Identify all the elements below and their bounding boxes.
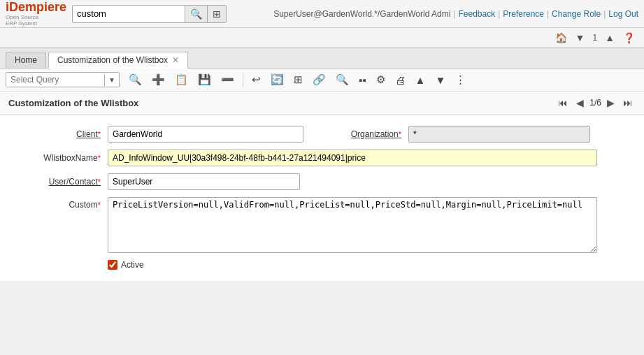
back-nav-button[interactable]: ▼ [572, 31, 589, 45]
user-menu: SuperUser@GardenWorld.*/GardenWorld Admi… [273, 9, 638, 19]
select-query-dropdown-icon[interactable]: ▼ [104, 74, 119, 86]
wlistbox-label: WlistboxName* [17, 153, 101, 163]
toolbar-attach-button[interactable]: 🔗 [309, 71, 329, 88]
tab-close-icon[interactable]: ✕ [172, 55, 179, 65]
first-page-button[interactable]: ⏮ [555, 96, 571, 110]
custom-label: Custom* [17, 200, 101, 210]
active-checkbox[interactable] [108, 260, 117, 270]
client-label: Client* [17, 129, 101, 139]
toolbar-copy-button[interactable]: 📋 [171, 71, 192, 88]
toolbar-grid-button[interactable]: ⊞ [290, 71, 306, 88]
org-group: Organization* [317, 126, 590, 143]
feedback-link[interactable]: Feedback [458, 9, 495, 19]
pagination-controls: ⏮ ◀ 1/6 ▶ ⏭ [555, 96, 636, 110]
client-group: Client* [17, 126, 303, 143]
preference-link[interactable]: Preference [503, 9, 544, 19]
custom-textarea[interactable]: PriceListVersion=null,ValidFrom=null,Pri… [108, 197, 597, 253]
form-title: Customization of the Wlistbox [8, 98, 138, 108]
prev-page-button[interactable]: ◀ [573, 96, 587, 110]
org-input[interactable] [408, 126, 590, 143]
active-label: Active [121, 260, 144, 270]
logo-sub: Open SourceERP System [6, 15, 66, 27]
form-area: Client* Organization* WlistboxName* User… [0, 115, 644, 281]
toolbar-new-button[interactable]: ➕ [148, 71, 169, 88]
user-input[interactable] [108, 173, 300, 190]
toolbar-zoom-button[interactable]: 🔍 [332, 71, 352, 88]
forward-nav-button[interactable]: ▲ [601, 31, 618, 45]
logout-link[interactable]: Log Out [608, 9, 638, 19]
tab-home[interactable]: Home [6, 52, 46, 68]
toolbar-settings-button[interactable]: ⚙ [373, 71, 389, 88]
toolbar-refresh-button[interactable]: 🔄 [267, 71, 287, 88]
tab-home-label: Home [15, 55, 37, 65]
wlistbox-row: WlistboxName* [17, 150, 627, 166]
global-search-box: 🔍 ⊞ [72, 5, 227, 23]
user-label: User/Contact* [17, 177, 101, 187]
user-info: SuperUser@GardenWorld.*/GardenWorld Admi [273, 9, 450, 19]
toolbar-down-button[interactable]: ▼ [431, 72, 449, 88]
toolbar-print-button[interactable]: 🖨 [392, 72, 409, 88]
select-query-wrapper: ▼ [6, 72, 120, 87]
toolbar-separator-1 [243, 73, 243, 87]
help-nav-button[interactable]: ❓ [620, 31, 638, 45]
nav-icon-group: 🏠 ▼ 1 ▲ ❓ [552, 31, 638, 45]
select-query-input[interactable] [6, 73, 104, 87]
toolbar-more-button[interactable]: ⋮ [452, 71, 469, 88]
search-input[interactable] [73, 6, 185, 21]
search-button[interactable]: 🔍 [185, 6, 207, 22]
custom-row: Custom* PriceListVersion=null,ValidFrom=… [17, 197, 627, 253]
toolbar-history-button[interactable]: ▪▪ [355, 72, 370, 88]
logo-text: iDempiere [6, 0, 66, 15]
home-nav-button[interactable]: 🏠 [552, 31, 571, 45]
tab-bar: Home Customization of the Wlistbox ✕ [0, 48, 644, 68]
toolbar-up-button[interactable]: ▲ [412, 72, 429, 88]
nav-bar: 🏠 ▼ 1 ▲ ❓ [0, 28, 644, 48]
nav-counter: 1 [589, 33, 600, 43]
tab-customization-label: Customization of the Wlistbox [57, 55, 168, 65]
next-page-button[interactable]: ▶ [604, 96, 617, 110]
org-label: Organization* [317, 129, 401, 139]
change-role-link[interactable]: Change Role [552, 9, 601, 19]
toolbar-search-button[interactable]: 🔍 [125, 71, 145, 88]
client-input[interactable] [108, 126, 303, 143]
page-indicator: 1/6 [589, 98, 601, 108]
network-button[interactable]: ⊞ [207, 6, 226, 22]
main-toolbar: ▼ 🔍 ➕ 📋 💾 ➖ ↩ 🔄 ⊞ 🔗 🔍 ▪▪ ⚙ 🖨 ▲ ▼ ⋮ [0, 68, 644, 92]
toolbar-delete-button[interactable]: ➖ [217, 71, 238, 88]
active-row: Active [108, 260, 627, 270]
last-page-button[interactable]: ⏭ [620, 96, 636, 110]
wlistbox-input[interactable] [108, 150, 597, 166]
tab-customization[interactable]: Customization of the Wlistbox ✕ [48, 52, 188, 68]
user-row: User/Contact* [17, 173, 627, 190]
toolbar-save-button[interactable]: 💾 [194, 71, 215, 88]
form-title-bar: Customization of the Wlistbox ⏮ ◀ 1/6 ▶ … [0, 92, 644, 115]
client-org-row: Client* Organization* [17, 126, 627, 143]
app-logo: iDempiere Open SourceERP System [6, 0, 66, 27]
toolbar-undo-button[interactable]: ↩ [248, 71, 264, 88]
